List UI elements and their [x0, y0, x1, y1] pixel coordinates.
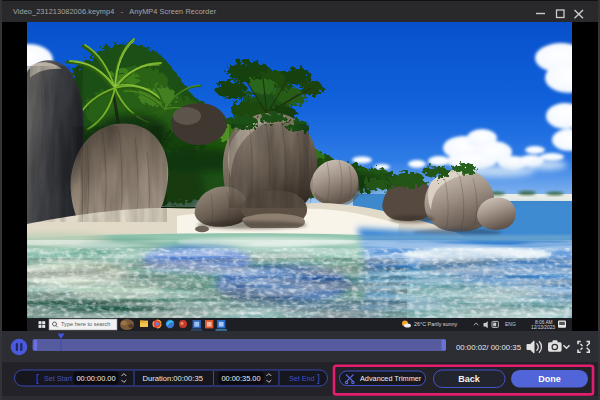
svg-text:[: [ — [36, 373, 39, 384]
svg-text:Set Start: Set Start — [44, 374, 72, 383]
svg-text:00:00:00.00: 00:00:00.00 — [76, 374, 115, 383]
svg-text:00:00:35.00: 00:00:35.00 — [221, 374, 260, 383]
svg-text:Advanced Trimmer: Advanced Trimmer — [360, 374, 422, 383]
svg-text:Type here to search: Type here to search — [61, 321, 110, 327]
svg-text:00:00:02/ 00:00:35: 00:00:02/ 00:00:35 — [456, 343, 522, 352]
svg-text:Back: Back — [458, 374, 481, 384]
svg-text:Done: Done — [538, 374, 561, 384]
svg-text:ENG: ENG — [505, 321, 516, 327]
svg-text:]: ] — [317, 373, 320, 384]
svg-text:Duration:00:00:35: Duration:00:00:35 — [143, 374, 203, 383]
svg-text:26°C Partly sunny: 26°C Partly sunny — [414, 321, 458, 327]
svg-text:12/13/2023: 12/13/2023 — [531, 325, 555, 330]
svg-text:Set End: Set End — [289, 374, 315, 383]
svg-text:8:06 AM: 8:06 AM — [535, 320, 553, 325]
